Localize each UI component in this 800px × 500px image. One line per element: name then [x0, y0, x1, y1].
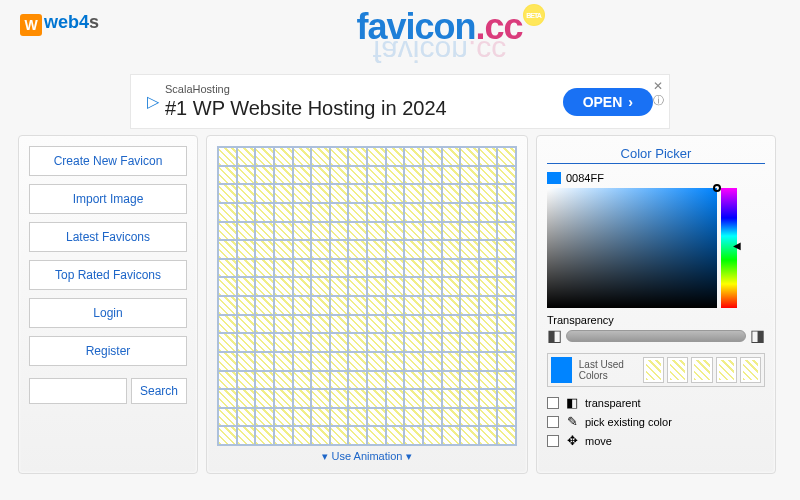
- pixel-cell[interactable]: [311, 166, 330, 185]
- pixel-cell[interactable]: [218, 352, 237, 371]
- pixel-cell[interactable]: [330, 166, 349, 185]
- pixel-cell[interactable]: [404, 259, 423, 278]
- pixel-cell[interactable]: [497, 184, 516, 203]
- pixel-cell[interactable]: [479, 389, 498, 408]
- pixel-cell[interactable]: [330, 352, 349, 371]
- pixel-cell[interactable]: [404, 203, 423, 222]
- pixel-cell[interactable]: [367, 371, 386, 390]
- pixel-cell[interactable]: [404, 426, 423, 445]
- pixel-cell[interactable]: [479, 277, 498, 296]
- pixel-cell[interactable]: [367, 240, 386, 259]
- pixel-cell[interactable]: [218, 426, 237, 445]
- pixel-cell[interactable]: [293, 352, 312, 371]
- pixel-cell[interactable]: [274, 315, 293, 334]
- pixel-cell[interactable]: [442, 240, 461, 259]
- pixel-cell[interactable]: [479, 315, 498, 334]
- pixel-cell[interactable]: [293, 371, 312, 390]
- pixel-cell[interactable]: [367, 147, 386, 166]
- pixel-cell[interactable]: [237, 277, 256, 296]
- pixel-cell[interactable]: [442, 203, 461, 222]
- pixel-cell[interactable]: [311, 277, 330, 296]
- register-button[interactable]: Register: [29, 336, 187, 366]
- pixel-cell[interactable]: [479, 184, 498, 203]
- pixel-cell[interactable]: [293, 203, 312, 222]
- pixel-cell[interactable]: [255, 222, 274, 241]
- pixel-cell[interactable]: [497, 408, 516, 427]
- pixel-cell[interactable]: [386, 296, 405, 315]
- pixel-cell[interactable]: [255, 315, 274, 334]
- pixel-cell[interactable]: [311, 371, 330, 390]
- pixel-cell[interactable]: [330, 296, 349, 315]
- pixel-cell[interactable]: [293, 184, 312, 203]
- pixel-cell[interactable]: [237, 166, 256, 185]
- pixel-cell[interactable]: [423, 296, 442, 315]
- pixel-cell[interactable]: [404, 408, 423, 427]
- pixel-cell[interactable]: [442, 166, 461, 185]
- pixel-cell[interactable]: [497, 333, 516, 352]
- pixel-cell[interactable]: [497, 147, 516, 166]
- pixel-cell[interactable]: [274, 333, 293, 352]
- pixel-cell[interactable]: [497, 277, 516, 296]
- pixel-cell[interactable]: [274, 371, 293, 390]
- pixel-cell[interactable]: [460, 277, 479, 296]
- pixel-cell[interactable]: [255, 184, 274, 203]
- pixel-cell[interactable]: [311, 426, 330, 445]
- pixel-cell[interactable]: [348, 426, 367, 445]
- pixel-cell[interactable]: [311, 203, 330, 222]
- pixel-cell[interactable]: [479, 333, 498, 352]
- login-button[interactable]: Login: [29, 298, 187, 328]
- pixel-cell[interactable]: [274, 222, 293, 241]
- pixel-cell[interactable]: [330, 259, 349, 278]
- pixel-cell[interactable]: [274, 389, 293, 408]
- pixel-cell[interactable]: [255, 426, 274, 445]
- pixel-cell[interactable]: [497, 389, 516, 408]
- pixel-cell[interactable]: [255, 203, 274, 222]
- pixel-cell[interactable]: [330, 371, 349, 390]
- pixel-cell[interactable]: [311, 408, 330, 427]
- pixel-cell[interactable]: [460, 203, 479, 222]
- pixel-cell[interactable]: [237, 371, 256, 390]
- pixel-cell[interactable]: [237, 426, 256, 445]
- last-color-swatch[interactable]: [551, 357, 572, 383]
- pick-color-checkbox[interactable]: [547, 416, 559, 428]
- pixel-cell[interactable]: [386, 408, 405, 427]
- pixel-cell[interactable]: [386, 352, 405, 371]
- pixel-cell[interactable]: [442, 426, 461, 445]
- pixel-cell[interactable]: [293, 315, 312, 334]
- pixel-cell[interactable]: [367, 166, 386, 185]
- pixel-cell[interactable]: [497, 259, 516, 278]
- pixel-cell[interactable]: [218, 259, 237, 278]
- pixel-cell[interactable]: [311, 333, 330, 352]
- pixel-cell[interactable]: [293, 333, 312, 352]
- pixel-cell[interactable]: [348, 222, 367, 241]
- pixel-cell[interactable]: [293, 277, 312, 296]
- pixel-cell[interactable]: [386, 166, 405, 185]
- pixel-cell[interactable]: [423, 259, 442, 278]
- pixel-cell[interactable]: [274, 166, 293, 185]
- pixel-cell[interactable]: [311, 147, 330, 166]
- pixel-cell[interactable]: [423, 277, 442, 296]
- search-input[interactable]: [29, 378, 127, 404]
- pixel-cell[interactable]: [423, 315, 442, 334]
- pixel-cell[interactable]: [479, 371, 498, 390]
- pixel-cell[interactable]: [311, 296, 330, 315]
- pixel-cell[interactable]: [348, 166, 367, 185]
- pixel-cell[interactable]: [237, 315, 256, 334]
- pixel-cell[interactable]: [460, 184, 479, 203]
- pixel-cell[interactable]: [404, 277, 423, 296]
- transparency-slider[interactable]: [566, 330, 746, 342]
- pixel-cell[interactable]: [404, 352, 423, 371]
- pixel-cell[interactable]: [330, 389, 349, 408]
- pixel-cell[interactable]: [218, 147, 237, 166]
- pixel-cell[interactable]: [497, 352, 516, 371]
- pixel-cell[interactable]: [423, 240, 442, 259]
- pixel-cell[interactable]: [404, 315, 423, 334]
- pixel-cell[interactable]: [348, 371, 367, 390]
- pixel-cell[interactable]: [460, 240, 479, 259]
- pixel-cell[interactable]: [386, 147, 405, 166]
- last-color-swatch[interactable]: [643, 357, 664, 383]
- pixel-cell[interactable]: [423, 389, 442, 408]
- pixel-cell[interactable]: [479, 352, 498, 371]
- pixel-cell[interactable]: [386, 389, 405, 408]
- pixel-cell[interactable]: [274, 408, 293, 427]
